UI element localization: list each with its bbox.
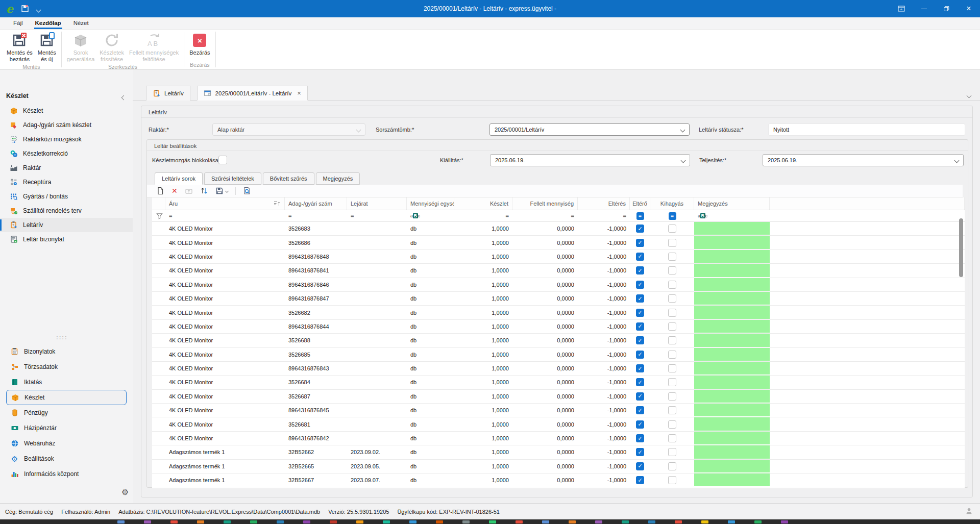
table-row[interactable]: 4K OLED Monitor8964316876844db1,00000,00… [152,320,965,334]
table-row[interactable]: 4K OLED Monitor8964316876847db1,00000,00… [152,292,965,306]
kihagyas-checkbox[interactable] [668,351,676,359]
sidebar-item-webaruhaz[interactable]: Webáruház [6,436,127,451]
taskbar-app-icon[interactable] [781,520,788,523]
column-header-fellelt[interactable]: Fellelt mennyiség [512,197,578,210]
kihagyas-checkbox[interactable] [668,309,676,317]
taskbar-app-icon[interactable] [170,520,178,523]
taskbar-app-icon[interactable] [224,520,231,523]
taskbar-app-icon[interactable] [356,520,363,523]
kihagyas-checkbox[interactable] [668,336,676,344]
kihagyas-checkbox[interactable] [668,406,676,414]
sidebar-item-informacios-kozpont[interactable]: Információs központ [6,466,127,482]
taskbar-app-icon[interactable] [542,520,549,523]
cell-eltero[interactable]: = [630,210,650,221]
sidebar-item-szallitoi-rendeles-terv[interactable]: ?Szállítói rendelés terv [0,204,133,218]
taskbar-app-icon[interactable] [595,520,602,523]
table-row[interactable]: 4K OLED Monitor8964316876842db1,00000,00… [152,432,965,445]
sidebar-item-leltariv[interactable]: ?Leltárív [0,218,133,232]
kihagyas-checkbox[interactable] [668,462,676,470]
add-row-icon[interactable] [156,187,164,195]
kihagyas-checkbox[interactable] [668,392,676,401]
cell-megjegyzes[interactable]: aBc [694,210,770,221]
column-header-lejarat[interactable]: Lejárat [347,197,407,210]
eltero-checkbox[interactable]: ✓ [636,462,644,470]
eltero-checkbox[interactable]: ✓ [636,420,644,429]
taskbar-app-icon[interactable] [462,520,470,523]
preview-icon[interactable] [243,187,251,195]
cell-fellelt[interactable]: = [512,210,578,221]
table-row[interactable]: 4K OLED Monitor3526682db1,00000,0000-1,0… [152,306,965,319]
eltero-checkbox[interactable]: ✓ [636,281,644,289]
kihagyas-checkbox[interactable] [668,476,676,484]
menu-tab-kezdolap[interactable]: Kezdőlap [29,17,67,29]
mentes-es-uj-button[interactable]: Mentésés új [35,31,59,63]
kihagyas-checkbox[interactable] [668,322,676,331]
taskbar-app-icon[interactable] [436,520,443,523]
cell-me[interactable]: aBc [407,210,454,221]
sort-rows-icon[interactable] [200,187,208,195]
taskbar-app-icon[interactable] [117,520,125,523]
taskbar-app-icon[interactable] [728,520,735,523]
ribbon-display-options-button[interactable] [890,0,913,17]
cell-elteres[interactable]: = [578,210,630,221]
close-button[interactable]: × [958,0,980,17]
sidebar-drag-handle[interactable]: :::: [56,334,68,340]
table-row[interactable]: 4K OLED Monitor8964316876846db1,00000,00… [152,278,965,292]
table-row[interactable]: 4K OLED Monitor3526684db1,00000,0000-1,0… [152,376,965,389]
kiallitas-datepicker[interactable]: 2025.06.19. [490,154,690,166]
eltero-checkbox[interactable]: ✓ [636,294,644,303]
tab-list-chevron-icon[interactable] [967,92,971,98]
restore-button[interactable] [935,0,958,17]
tab-bovitett-szures[interactable]: Bővített szűrés [263,172,314,185]
menu-tab-fajl[interactable]: Fájl [7,17,29,29]
taskbar-app-icon[interactable] [701,520,708,523]
eltero-checkbox[interactable]: ✓ [636,322,644,331]
column-header-elteres[interactable]: Eltérés [578,197,630,210]
table-row[interactable]: 4K OLED Monitor8964316876841db1,00000,00… [152,264,965,278]
column-header-kihagyas[interactable]: Kihagyás [650,197,694,210]
cell-adag[interactable]: = [285,210,347,221]
table-row[interactable]: 4K OLED Monitor8964316876848db1,00000,00… [152,250,965,264]
kihagyas-checkbox[interactable] [668,378,676,386]
taskbar-app-icon[interactable] [277,520,284,523]
sidebar-item-beallitasok[interactable]: ⚙Beállítások [6,451,127,466]
column-header-megjegyzes[interactable]: Megjegyzés [694,197,770,210]
table-row[interactable]: 4K OLED Monitor8964316876845db1,00000,00… [152,404,965,417]
vertical-scrollbar-thumb[interactable] [959,218,963,277]
column-header-keszlet[interactable]: Készlet [454,197,512,210]
sidebar-item-torzsadatok[interactable]: Törzsadatok [6,359,127,375]
taskbar-app-icon[interactable] [622,520,629,523]
eltero-checkbox[interactable]: ✓ [636,309,644,317]
sidebar-item-gyartas-bontas[interactable]: Gyártás / bontás [0,189,133,204]
sidebar-item-keszletkorrekcio[interactable]: Készletkorrekció [0,146,133,161]
cell-aru[interactable]: = [165,210,285,221]
taskbar-app-icon[interactable] [144,520,151,523]
taskbar-app-icon[interactable] [303,520,310,523]
dropdown-chevron-icon[interactable] [225,189,229,192]
document-tab-2025-00001-leltariv-leltariv[interactable]: 2025/00001/Leltárív - Leltárív× [197,86,308,101]
teljesites-datepicker[interactable]: 2025.06.19. [763,154,964,166]
kihagyas-checkbox[interactable] [668,294,676,303]
table-row[interactable]: 4K OLED Monitor3526685db1,00000,0000-1,0… [152,348,965,362]
document-tab-leltariv[interactable]: ?Leltárív [146,86,190,101]
table-row[interactable]: 4K OLED Monitor3526683db1,00000,0000-1,0… [152,222,965,236]
table-row[interactable]: 4K OLED Monitor8964316876843db1,00000,00… [152,362,965,376]
eltero-checkbox[interactable]: ✓ [636,351,644,359]
column-header-me[interactable]: Mennyiségi egység [407,197,454,210]
kihagyas-checkbox[interactable] [668,434,676,442]
minimize-button[interactable] [913,0,935,17]
kihagyas-checkbox[interactable] [668,266,676,275]
eltero-checkbox[interactable]: ✓ [636,448,644,456]
eltero-checkbox[interactable]: ✓ [636,364,644,372]
tab-leltariv-sorok[interactable]: Leltárív sorok [155,172,203,185]
eltero-checkbox[interactable]: ✓ [636,224,644,233]
taskbar-app-icon[interactable] [409,520,416,523]
table-row[interactable]: 4K OLED Monitor3526688db1,00000,0000-1,0… [152,334,965,347]
table-row[interactable]: 4K OLED Monitor3526681db1,00000,0000-1,0… [152,417,965,431]
taskbar[interactable] [0,519,980,524]
taskbar-app-icon[interactable] [648,520,655,523]
taskbar-app-icon[interactable] [754,520,762,523]
sorszamtomb-combobox[interactable]: 2025/00001/Leltárív [489,123,690,136]
raktar-combobox[interactable]: Alap raktár [212,123,365,136]
eltero-checkbox[interactable]: ✓ [636,392,644,401]
